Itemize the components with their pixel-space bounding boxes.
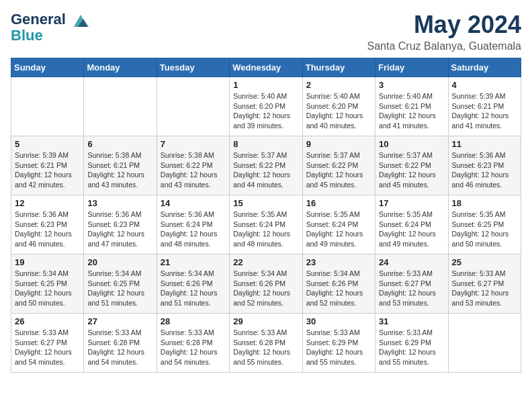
day-cell: 11Sunrise: 5:36 AM Sunset: 6:23 PM Dayli… <box>448 136 521 195</box>
day-cell: 13Sunrise: 5:36 AM Sunset: 6:23 PM Dayli… <box>84 195 157 255</box>
day-header-thursday: Thursday <box>302 58 375 77</box>
logo: General Blue <box>11 11 90 44</box>
day-cell: 1Sunrise: 5:40 AM Sunset: 6:20 PM Daylig… <box>230 77 302 136</box>
day-cell: 8Sunrise: 5:37 AM Sunset: 6:22 PM Daylig… <box>230 136 302 195</box>
day-info: Sunrise: 5:39 AM Sunset: 6:21 PM Dayligh… <box>15 150 80 190</box>
day-cell: 3Sunrise: 5:40 AM Sunset: 6:21 PM Daylig… <box>375 77 448 136</box>
day-number: 22 <box>233 257 298 267</box>
day-number: 2 <box>306 80 371 90</box>
day-info: Sunrise: 5:36 AM Sunset: 6:23 PM Dayligh… <box>15 210 80 249</box>
day-header-sunday: Sunday <box>11 58 84 77</box>
day-cell: 12Sunrise: 5:36 AM Sunset: 6:23 PM Dayli… <box>11 195 84 255</box>
day-number: 11 <box>452 139 517 149</box>
week-row-1: 1Sunrise: 5:40 AM Sunset: 6:20 PM Daylig… <box>11 77 521 136</box>
day-cell: 15Sunrise: 5:35 AM Sunset: 6:24 PM Dayli… <box>230 195 302 255</box>
day-cell: 7Sunrise: 5:38 AM Sunset: 6:22 PM Daylig… <box>157 136 229 195</box>
day-header-saturday: Saturday <box>448 58 521 77</box>
day-number: 10 <box>379 139 444 149</box>
day-cell <box>448 314 521 373</box>
day-number: 7 <box>161 139 226 149</box>
week-row-3: 12Sunrise: 5:36 AM Sunset: 6:23 PM Dayli… <box>11 195 521 255</box>
day-cell: 9Sunrise: 5:37 AM Sunset: 6:22 PM Daylig… <box>302 136 375 195</box>
day-number: 21 <box>161 257 226 267</box>
day-number: 6 <box>87 139 152 149</box>
day-info: Sunrise: 5:33 AM Sunset: 6:28 PM Dayligh… <box>233 328 298 367</box>
day-info: Sunrise: 5:40 AM Sunset: 6:20 PM Dayligh… <box>233 91 298 131</box>
day-info: Sunrise: 5:34 AM Sunset: 6:26 PM Dayligh… <box>306 269 371 308</box>
day-cell: 22Sunrise: 5:34 AM Sunset: 6:26 PM Dayli… <box>230 255 302 314</box>
day-info: Sunrise: 5:37 AM Sunset: 6:22 PM Dayligh… <box>306 150 371 190</box>
day-info: Sunrise: 5:35 AM Sunset: 6:25 PM Dayligh… <box>452 210 517 249</box>
day-cell: 20Sunrise: 5:34 AM Sunset: 6:25 PM Dayli… <box>84 255 157 314</box>
day-info: Sunrise: 5:34 AM Sunset: 6:25 PM Dayligh… <box>15 269 80 308</box>
day-cell: 21Sunrise: 5:34 AM Sunset: 6:26 PM Dayli… <box>157 255 229 314</box>
day-info: Sunrise: 5:34 AM Sunset: 6:26 PM Dayligh… <box>233 269 298 308</box>
day-cell: 26Sunrise: 5:33 AM Sunset: 6:27 PM Dayli… <box>11 314 84 373</box>
day-info: Sunrise: 5:36 AM Sunset: 6:23 PM Dayligh… <box>452 150 517 190</box>
day-cell: 24Sunrise: 5:33 AM Sunset: 6:27 PM Dayli… <box>375 255 448 314</box>
day-number: 24 <box>379 257 444 267</box>
day-info: Sunrise: 5:33 AM Sunset: 6:28 PM Dayligh… <box>87 328 152 367</box>
day-number: 14 <box>161 198 226 208</box>
day-number: 30 <box>306 316 371 326</box>
day-cell: 25Sunrise: 5:33 AM Sunset: 6:27 PM Dayli… <box>448 255 521 314</box>
day-cell: 29Sunrise: 5:33 AM Sunset: 6:28 PM Dayli… <box>230 314 302 373</box>
week-row-2: 5Sunrise: 5:39 AM Sunset: 6:21 PM Daylig… <box>11 136 521 195</box>
day-number: 23 <box>306 257 371 267</box>
calendar-table: SundayMondayTuesdayWednesdayThursdayFrid… <box>11 58 521 373</box>
day-header-tuesday: Tuesday <box>157 58 229 77</box>
day-number: 12 <box>15 198 80 208</box>
header-row: SundayMondayTuesdayWednesdayThursdayFrid… <box>11 58 521 77</box>
day-cell <box>84 77 157 136</box>
day-info: Sunrise: 5:33 AM Sunset: 6:27 PM Dayligh… <box>379 269 444 308</box>
day-number: 1 <box>233 80 298 90</box>
day-number: 3 <box>379 80 444 90</box>
day-info: Sunrise: 5:33 AM Sunset: 6:29 PM Dayligh… <box>306 328 371 367</box>
day-number: 9 <box>306 139 371 149</box>
day-header-friday: Friday <box>375 58 448 77</box>
day-cell: 23Sunrise: 5:34 AM Sunset: 6:26 PM Dayli… <box>302 255 375 314</box>
day-number: 20 <box>87 257 152 267</box>
day-info: Sunrise: 5:33 AM Sunset: 6:27 PM Dayligh… <box>452 269 517 308</box>
day-number: 29 <box>233 316 298 326</box>
day-number: 4 <box>452 80 517 90</box>
day-cell: 2Sunrise: 5:40 AM Sunset: 6:20 PM Daylig… <box>302 77 375 136</box>
day-cell: 28Sunrise: 5:33 AM Sunset: 6:28 PM Dayli… <box>157 314 229 373</box>
day-number: 27 <box>87 316 152 326</box>
day-number: 31 <box>379 316 444 326</box>
day-number: 15 <box>233 198 298 208</box>
logo-icon <box>71 11 90 30</box>
day-info: Sunrise: 5:33 AM Sunset: 6:29 PM Dayligh… <box>379 328 444 367</box>
day-cell: 16Sunrise: 5:35 AM Sunset: 6:24 PM Dayli… <box>302 195 375 255</box>
week-row-5: 26Sunrise: 5:33 AM Sunset: 6:27 PM Dayli… <box>11 314 521 373</box>
day-info: Sunrise: 5:37 AM Sunset: 6:22 PM Dayligh… <box>233 150 298 190</box>
day-number: 17 <box>379 198 444 208</box>
day-cell: 5Sunrise: 5:39 AM Sunset: 6:21 PM Daylig… <box>11 136 84 195</box>
day-number: 26 <box>15 316 80 326</box>
day-cell <box>157 77 229 136</box>
day-number: 8 <box>233 139 298 149</box>
day-info: Sunrise: 5:36 AM Sunset: 6:24 PM Dayligh… <box>161 210 226 249</box>
week-row-4: 19Sunrise: 5:34 AM Sunset: 6:25 PM Dayli… <box>11 255 521 314</box>
day-info: Sunrise: 5:39 AM Sunset: 6:21 PM Dayligh… <box>452 91 517 131</box>
day-number: 19 <box>15 257 80 267</box>
day-info: Sunrise: 5:38 AM Sunset: 6:22 PM Dayligh… <box>161 150 226 190</box>
day-cell: 27Sunrise: 5:33 AM Sunset: 6:28 PM Dayli… <box>84 314 157 373</box>
day-cell: 6Sunrise: 5:38 AM Sunset: 6:21 PM Daylig… <box>84 136 157 195</box>
day-number: 18 <box>452 198 517 208</box>
month-title: May 2024 <box>367 11 521 39</box>
page-header: General Blue May 2024 Santa Cruz Balanya… <box>11 11 521 52</box>
day-cell: 4Sunrise: 5:39 AM Sunset: 6:21 PM Daylig… <box>448 77 521 136</box>
day-header-monday: Monday <box>84 58 157 77</box>
day-number: 5 <box>15 139 80 149</box>
day-cell: 17Sunrise: 5:35 AM Sunset: 6:24 PM Dayli… <box>375 195 448 255</box>
day-number: 16 <box>306 198 371 208</box>
day-info: Sunrise: 5:35 AM Sunset: 6:24 PM Dayligh… <box>379 210 444 249</box>
day-info: Sunrise: 5:35 AM Sunset: 6:24 PM Dayligh… <box>306 210 371 249</box>
day-cell: 30Sunrise: 5:33 AM Sunset: 6:29 PM Dayli… <box>302 314 375 373</box>
day-cell: 10Sunrise: 5:37 AM Sunset: 6:22 PM Dayli… <box>375 136 448 195</box>
day-cell: 19Sunrise: 5:34 AM Sunset: 6:25 PM Dayli… <box>11 255 84 314</box>
day-info: Sunrise: 5:40 AM Sunset: 6:21 PM Dayligh… <box>379 91 444 131</box>
day-info: Sunrise: 5:33 AM Sunset: 6:28 PM Dayligh… <box>161 328 226 367</box>
day-number: 28 <box>161 316 226 326</box>
